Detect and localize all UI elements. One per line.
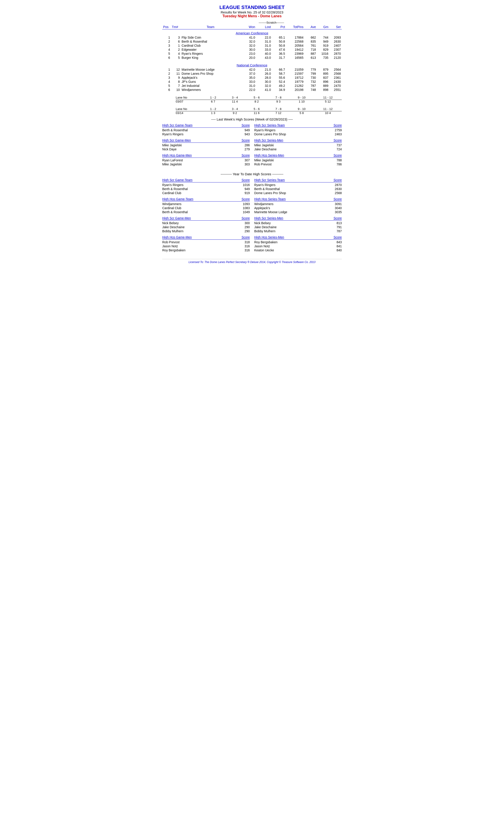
last-week-title: ---- Last Week's High Scores (Week of 02… <box>162 117 342 121</box>
hs-entry: Ryan's Ringers1016 <box>162 183 250 187</box>
table-row: 112Marinette Moose Lodge42.021.066.72105… <box>162 68 342 72</box>
hs-category-title: High Scr Series-MenScore <box>254 216 342 221</box>
last-week-section: ---- Last Week's High Scores (Week of 02… <box>162 117 342 169</box>
pos-header: Pos <box>162 25 171 29</box>
totpins-header: TotPins <box>286 25 304 29</box>
hs-category: High Scr Series-MenScoreMike Jagielski73… <box>254 138 342 151</box>
hs-entry: Berth & Rosenthal949 <box>162 187 250 191</box>
hs-entry: Roy Bergsbaken843 <box>254 240 342 244</box>
hs-category: High Hcp Series-TeamScoreWindjammers3091… <box>254 197 342 214</box>
league-name: Tuesday Night Mens - Dome Lanes <box>162 14 342 18</box>
conference-header-row: National Conference <box>162 61 342 68</box>
hs-category-title: High Scr Series-TeamScore <box>254 123 342 128</box>
ytd-title: ---------- Year To Date High Scores ----… <box>162 172 342 176</box>
team-header: Team <box>181 25 240 29</box>
hs-entry: Nick Belsey300 <box>162 221 250 225</box>
hs-category-title: High Hcp Game-TeamScore <box>162 197 250 202</box>
hs-category-title: High Hcp Game-MenScore <box>162 153 250 158</box>
hs-entry: Mike Jagielski788 <box>254 158 342 162</box>
hs-entry: Marinette Moose Lodge3035 <box>254 210 342 214</box>
ytd-section: ---------- Year To Date High Scores ----… <box>162 172 342 254</box>
hs-category-title: High Scr Game-MenScore <box>162 138 250 143</box>
hs-category: High Scr Series-TeamScoreRyan's Ringers2… <box>254 178 342 195</box>
hs-entry: Berth & Rosenthal1049 <box>162 210 250 214</box>
hs-entry: Nick Belsey813 <box>254 221 342 225</box>
hs-category: High Hcp Game-TeamScoreWindjammers1093Ca… <box>162 197 250 214</box>
table-row: 65Burger King20.043.031.7165656137352120 <box>162 56 342 60</box>
hs-category: High Hcp Series-MenScoreRoy Bergsbaken84… <box>254 235 342 252</box>
footer: Licensed To: The Dome Lanes Perfect Secr… <box>162 259 342 264</box>
hs-entry: Mike Jagielski737 <box>254 143 342 147</box>
hs-entry: Cardinal Club1083 <box>162 206 250 210</box>
hs-entry: Dome Lanes Pro Shop2568 <box>254 191 342 195</box>
hs-category-title: High Scr Game-TeamScore <box>162 178 250 182</box>
hs-entry: Jake Deschaine724 <box>254 147 342 151</box>
hs-entry: Windjammers3091 <box>254 202 342 206</box>
lane-assignment-block: Lane No1 - 23 - 45 - 67 - 89 - 1011 - 12… <box>176 107 342 115</box>
hs-entry: Nick Daye279 <box>162 147 250 151</box>
table-row: 211Dome Lanes Pro Shop37.026.058.7215977… <box>162 72 342 76</box>
pct-header: Pct <box>272 25 286 29</box>
won-header: Won <box>240 25 256 29</box>
table-row: 48JP's Guns33.030.052.4197797328962430 <box>162 80 342 84</box>
hs-category: High Scr Game-TeamScoreRyan's Ringers101… <box>162 178 250 195</box>
lane-assignment-block: Lane No1 - 23 - 45 - 67 - 89 - 1011 - 12… <box>176 96 342 103</box>
table-row: 54Ryan's Ringers23.040.036.5239698871016… <box>162 52 342 56</box>
table-row: 42Edgewater30.033.047.6194127188292307 <box>162 48 342 52</box>
table-row: 610Windjammers22.041.034.920198748898255… <box>162 88 342 92</box>
hs-entry: Berth & Rosenthal2630 <box>254 187 342 191</box>
hs-entry: Ryan LaForest307 <box>162 158 250 162</box>
page-header: LEAGUE STANDING SHEET Results for Week N… <box>162 4 342 18</box>
hs-entry: Rob Prevost786 <box>254 162 342 166</box>
column-header-row: Pos Tm# Team Won Lost Pct TotPins Ave Gm… <box>162 25 342 29</box>
hs-entry: Applejack's3040 <box>254 206 342 210</box>
scratch-label: --------Scratch-------- <box>162 20 286 25</box>
hs-entry: Jason Notz841 <box>254 244 342 248</box>
hs-category-title: High Scr Game-MenScore <box>162 216 250 221</box>
ave-header: Ave <box>304 25 317 29</box>
hs-category-title: High Scr Series-TeamScore <box>254 178 342 182</box>
conference-header-row: American Conference <box>162 29 342 36</box>
hs-category: High Scr Series-TeamScoreRyan's Ringers2… <box>254 123 342 136</box>
table-row: 13Flip Side Coin41.022.065.1178846627442… <box>162 35 342 39</box>
hs-category-title: High Hcp Game-MenScore <box>162 235 250 240</box>
scratch-header-row: --------Scratch-------- <box>162 20 342 25</box>
lost-header: Lost <box>256 25 272 29</box>
lane-assignments: Lane No1 - 23 - 45 - 67 - 89 - 1011 - 12… <box>162 96 342 115</box>
hs-category: High Scr Game-MenScoreNick Belsey300Jake… <box>162 216 250 233</box>
ytd-grid: High Scr Game-TeamScoreRyan's Ringers101… <box>162 178 342 254</box>
ser-header: Ser <box>329 25 342 29</box>
hs-entry: Jake Deschaine290 <box>162 225 250 229</box>
hs-category-title: High Scr Game-TeamScore <box>162 123 250 128</box>
hs-category-title: High Hcp Series-MenScore <box>254 235 342 240</box>
hs-entry: Keaton Uecke840 <box>254 248 342 252</box>
table-row: 39Applejack's35.028.055.6197127308372361 <box>162 76 342 80</box>
hs-entry: Ryan's Ringers2759 <box>254 128 342 132</box>
table-row: 57Jet Industrial31.032.049.2212627878892… <box>162 84 342 88</box>
tm-header: Tm# <box>171 25 181 29</box>
hs-entry: Berth & Rosenthal949 <box>162 128 250 132</box>
hs-category: High Scr Game-TeamScoreBerth & Rosenthal… <box>162 123 250 136</box>
table-row: 31Cardinal Club32.031.050.82056476191924… <box>162 44 342 48</box>
gm-header: Gm <box>317 25 329 29</box>
table-row: 26Berth & Rosenthal32.031.050.8225688359… <box>162 39 342 44</box>
hs-category-title: High Scr Series-MenScore <box>254 138 342 143</box>
hs-category: High Hcp Game-MenScoreRob Prevost318Jaso… <box>162 235 250 252</box>
hs-entry: Windjammers1093 <box>162 202 250 206</box>
hs-entry: Bobby Mulhern290 <box>162 229 250 233</box>
hs-entry: Rob Prevost318 <box>162 240 250 244</box>
last-week-grid: High Scr Game-TeamScoreBerth & Rosenthal… <box>162 123 342 169</box>
hs-entry: Roy Bergsbaken316 <box>162 248 250 252</box>
hs-entry: Dome Lanes Pro Shop2463 <box>254 132 342 136</box>
hs-entry: Jason Notz316 <box>162 244 250 248</box>
results-line: Results for Week No. 25 of 32 02/28/2023 <box>162 10 342 14</box>
hs-category: High Hcp Game-MenScoreRyan LaForest307Mi… <box>162 153 250 166</box>
hs-category-title: High Hcp Series-TeamScore <box>254 197 342 202</box>
hs-entry: Bobby Mulhern787 <box>254 229 342 233</box>
hs-entry: Jake Deschaine791 <box>254 225 342 229</box>
hs-entry: Ryan's Ringers943 <box>162 132 250 136</box>
hs-category: High Hcp Series-MenScoreMike Jagielski78… <box>254 153 342 166</box>
hs-category: High Scr Game-MenScoreMike Jagielski286N… <box>162 138 250 151</box>
page-title: LEAGUE STANDING SHEET <box>162 4 342 10</box>
hs-entry: Ryan's Ringers2870 <box>254 183 342 187</box>
